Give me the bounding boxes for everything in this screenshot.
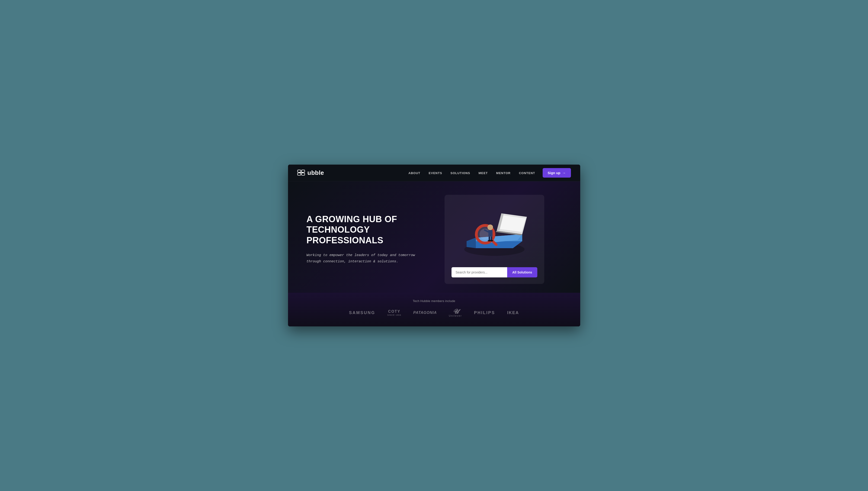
philips-logo: PHILIPS [474,310,495,315]
signup-button[interactable]: Sign up → [542,168,571,178]
svg-point-19 [488,225,493,230]
search-bar: All Solutions [452,267,537,278]
search-input[interactable] [452,267,507,278]
nav-item-about[interactable]: ABOUT [408,171,420,175]
hubble-logo-icon [297,170,306,176]
hero-left: A GROWING HUB OF TECHNOLOGY PROFESSIONAL… [307,214,418,265]
logo-text: ubble [308,169,324,176]
browser-window: ubble ABOUT EVENTS SOLUTIONS MEET MENTOR… [288,165,580,326]
logo-area[interactable]: ubble [297,169,324,176]
signup-label: Sign up [548,171,560,175]
svg-rect-0 [298,170,301,172]
ikea-logo: IKEA [507,310,519,315]
nav-item-events[interactable]: EVENTS [429,171,442,175]
svg-rect-2 [302,170,305,172]
unilever-logo: 𝒰 Unilever [449,308,462,317]
nav-item-mentor[interactable]: MENTOR [496,171,510,175]
signup-arrow: → [562,171,566,175]
logos-row: SAMSUNG COTY SINCE 1904 patagonia 𝒰 Unil… [297,308,571,317]
hero-illustration [452,202,537,262]
all-solutions-button[interactable]: All Solutions [507,267,537,278]
isometric-svg [455,204,534,260]
nav-item-content[interactable]: CONTENT [519,171,535,175]
coty-logo: COTY SINCE 1904 [387,310,401,316]
hero-title: A GROWING HUB OF TECHNOLOGY PROFESSIONAL… [307,214,418,246]
samsung-logo: SAMSUNG [349,310,375,315]
svg-marker-10 [467,238,476,248]
svg-rect-3 [302,173,305,175]
hero-subtitle: Working to empower the leaders of today … [307,252,418,265]
svg-rect-20 [488,230,493,236]
svg-point-25 [490,240,493,241]
members-section: Tech Hubble members include SAMSUNG COTY… [288,293,580,326]
nav-item-solutions[interactable]: SOLUTIONS [451,171,470,175]
hero-right: All Solutions [427,195,562,284]
svg-rect-1 [298,173,301,175]
navbar: ubble ABOUT EVENTS SOLUTIONS MEET MENTOR… [288,165,580,181]
patagonia-logo: patagonia [413,311,437,315]
nav-item-meet[interactable]: MEET [478,171,488,175]
hero-section: A GROWING HUB OF TECHNOLOGY PROFESSIONAL… [288,181,580,293]
nav-links: ABOUT EVENTS SOLUTIONS MEET MENTOR CONTE… [408,171,535,175]
hero-card: All Solutions [444,195,544,284]
members-label: Tech Hubble members include [297,299,571,303]
